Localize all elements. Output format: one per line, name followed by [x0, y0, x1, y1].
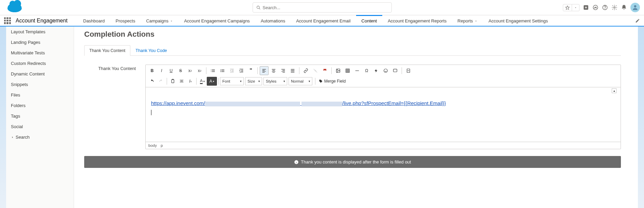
blockquote-button[interactable]: "	[246, 66, 255, 75]
nav-campaigns[interactable]: Campaigns	[141, 15, 179, 27]
image-button[interactable]	[334, 66, 343, 75]
font-select[interactable]: Font	[220, 77, 244, 85]
unlink-button[interactable]	[311, 66, 320, 75]
nav-ae-email[interactable]: Account Engagement Email	[291, 15, 356, 27]
help-icon[interactable]	[602, 4, 608, 11]
outdent-button[interactable]	[227, 66, 236, 75]
nav-ae-reports[interactable]: Account Engagement Reports	[382, 15, 452, 27]
thank-you-content-label: Thank You Content	[84, 65, 145, 149]
search-placeholder: Search...	[263, 5, 280, 10]
element-path-bar: body p	[146, 142, 621, 149]
svg-point-6	[605, 8, 605, 9]
bg-color-button[interactable]: A▾	[207, 77, 217, 86]
iframe-button[interactable]	[391, 66, 400, 75]
sidebar-custom-redirects[interactable]: Custom Redirects	[6, 58, 74, 69]
format-select[interactable]: Normal	[289, 77, 312, 85]
link-button[interactable]	[301, 66, 310, 75]
superscript-button[interactable]: x2	[195, 66, 204, 75]
path-p[interactable]: p	[161, 143, 163, 148]
table-button[interactable]	[343, 66, 352, 75]
chevron-down-icon[interactable]	[572, 5, 579, 10]
strike-button[interactable]: S	[176, 66, 185, 75]
nav-prospects[interactable]: Prospects	[110, 15, 141, 27]
underline-button[interactable]: U	[167, 66, 176, 75]
tab-thank-you-content[interactable]: Thank You Content	[84, 45, 130, 56]
bulleted-list-button[interactable]	[218, 66, 227, 75]
sidebar-dynamic-content[interactable]: Dynamic Content	[6, 69, 74, 79]
align-justify-button[interactable]	[288, 66, 297, 75]
svg-point-11	[220, 71, 221, 72]
sidebar-landing-pages[interactable]: Landing Pages	[6, 37, 74, 48]
sidebar-tags[interactable]: Tags	[6, 111, 74, 121]
svg-point-9	[220, 69, 221, 70]
redacted-segment	[205, 102, 300, 106]
svg-point-10	[220, 70, 221, 71]
sidebar-search[interactable]: Search	[6, 132, 74, 142]
svg-point-13	[337, 70, 338, 70]
user-avatar[interactable]	[630, 3, 640, 12]
editor-toolbar: B I U S x2 x2 "	[146, 65, 621, 87]
edit-nav-icon[interactable]	[635, 18, 640, 23]
tab-thank-you-code[interactable]: Thank You Code	[130, 45, 172, 56]
setup-icon[interactable]	[611, 4, 618, 11]
italic-button[interactable]: I	[157, 66, 166, 75]
trailhead-icon[interactable]	[592, 4, 599, 11]
header-actions	[563, 3, 640, 12]
text-color-button[interactable]: A▾	[198, 77, 207, 86]
editor-link[interactable]: https://app.inevent.com/ /live.php?sfPro…	[151, 101, 446, 106]
subscript-button[interactable]: x2	[186, 66, 195, 75]
undo-button[interactable]	[148, 77, 157, 86]
sidebar-files[interactable]: Files	[6, 90, 74, 100]
align-center-button[interactable]	[269, 66, 278, 75]
nav-content[interactable]: Content	[356, 15, 383, 27]
tabs: Thank You Content Thank You Code	[84, 45, 621, 56]
path-body[interactable]: body	[148, 143, 157, 148]
bold-button[interactable]: B	[148, 66, 157, 75]
chevron-down-icon	[474, 19, 478, 23]
star-icon[interactable]	[563, 4, 572, 11]
sidebar-multivariate-tests[interactable]: Multivariate Tests	[6, 48, 74, 58]
anchor-button[interactable]	[320, 66, 329, 75]
nav-ae-settings[interactable]: Account Engagement Settings	[483, 15, 553, 27]
lightning-button[interactable]	[372, 66, 381, 75]
page-break-button[interactable]	[404, 66, 413, 75]
nav-items: Dashboard Prospects Campaigns Account En…	[78, 15, 553, 26]
add-icon[interactable]	[583, 4, 589, 11]
size-select[interactable]: Size	[245, 77, 262, 85]
redacted-segment	[301, 102, 342, 106]
nav-reports[interactable]: Reports	[452, 15, 483, 27]
info-banner: Thank you content is displayed after the…	[84, 156, 621, 168]
notifications-icon[interactable]	[621, 4, 627, 11]
svg-point-8	[634, 5, 637, 7]
special-char-button[interactable]: Ω	[362, 66, 371, 75]
redo-button[interactable]	[157, 77, 165, 86]
emoji-button[interactable]	[381, 66, 390, 75]
paste-button[interactable]	[168, 77, 177, 86]
svg-point-15	[384, 69, 388, 73]
favorites-widget[interactable]	[563, 4, 579, 11]
sidebar-folders[interactable]: Folders	[6, 100, 74, 111]
align-right-button[interactable]	[279, 66, 288, 75]
paste-text-button[interactable]	[177, 77, 186, 86]
merge-field-button[interactable]: Merge Field	[317, 79, 348, 84]
sidebar-snippets[interactable]: Snippets	[6, 79, 74, 90]
global-search[interactable]: Search...	[253, 2, 392, 13]
nav-dashboard[interactable]: Dashboard	[78, 15, 110, 27]
info-banner-text: Thank you content is displayed after the…	[301, 159, 411, 164]
app-launcher-icon[interactable]	[4, 17, 11, 24]
styles-select[interactable]: Styles	[263, 77, 287, 85]
align-left-button[interactable]	[260, 66, 269, 75]
hr-button[interactable]	[353, 66, 362, 75]
info-icon	[294, 160, 299, 164]
indent-button[interactable]	[237, 66, 246, 75]
nav-automations[interactable]: Automations	[255, 15, 291, 27]
tag-icon	[319, 79, 323, 83]
nav-ae-campaigns[interactable]: Account Engagement Campaigns	[179, 15, 255, 27]
sidebar-social[interactable]: Social	[6, 121, 74, 132]
remove-format-button[interactable]: Ix	[186, 77, 195, 86]
editor-content-area[interactable]: https://app.inevent.com/ /live.php?sfPro…	[146, 87, 621, 142]
collapse-toolbar-button[interactable]: ▴	[612, 88, 617, 93]
numbered-list-button[interactable]	[208, 66, 217, 75]
sidebar-layout-templates[interactable]: Layout Templates	[6, 27, 74, 37]
app-nav-bar: Account Engagement Dashboard Prospects C…	[0, 15, 644, 27]
